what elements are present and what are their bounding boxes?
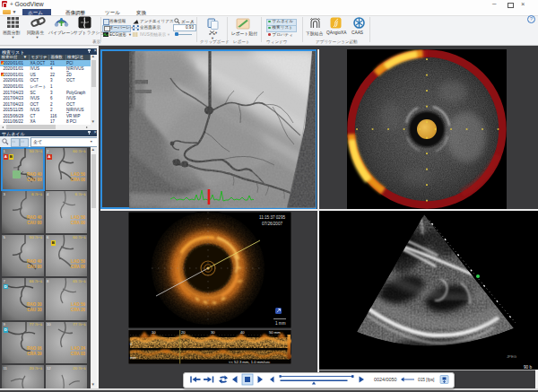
svg-text:50 mm: 50 mm: [269, 330, 281, 335]
svg-text:40: 40: [240, 330, 245, 335]
svg-text:11:15:37 0295: 11:15:37 0295: [259, 215, 285, 220]
svg-text:015 [fps]: 015 [fps]: [418, 378, 434, 382]
svg-text:10: 10: [152, 330, 156, 335]
svg-text:mm: mm: [130, 355, 136, 360]
svg-text:<< 52.3 mm, 1.0 mm/sec: << 52.3 mm, 1.0 mm/sec: [229, 360, 270, 364]
svg-text:1 mm: 1 mm: [275, 321, 286, 326]
svg-text:07/26/2007: 07/26/2007: [262, 222, 282, 226]
svg-text:30: 30: [211, 330, 215, 335]
svg-text:JPEG: JPEG: [507, 354, 516, 359]
svg-text:0024/0050: 0024/0050: [374, 377, 396, 382]
svg-text:20: 20: [181, 330, 186, 335]
